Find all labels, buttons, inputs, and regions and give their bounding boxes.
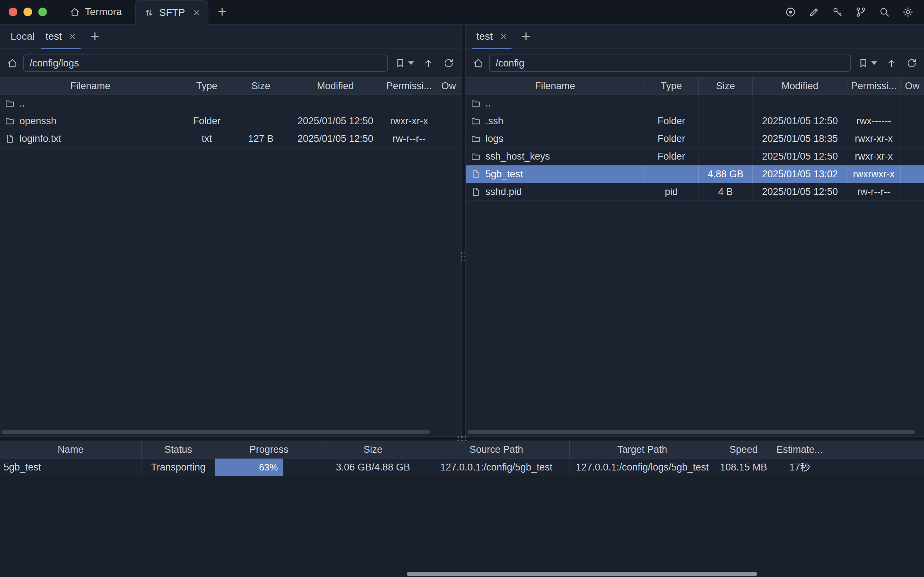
home-button[interactable] bbox=[6, 57, 18, 69]
file-icon bbox=[471, 187, 481, 197]
close-tab-icon[interactable]: × bbox=[500, 31, 507, 42]
path-input[interactable] bbox=[489, 55, 851, 72]
close-tab-icon[interactable]: × bbox=[69, 31, 76, 42]
panel-splitter[interactable] bbox=[462, 24, 465, 436]
table-row[interactable]: logs Folder 2025/01/05 18:35 rwxr-xr-x bbox=[466, 130, 924, 148]
bookmark-button[interactable] bbox=[858, 57, 877, 69]
col-speed[interactable]: Speed bbox=[715, 441, 772, 458]
cell-modified: 2025/01/05 12:50 bbox=[753, 183, 847, 200]
col-estimate[interactable]: Estimate... bbox=[772, 441, 827, 458]
table-row[interactable]: openssh Folder 2025/01/05 12:50 rwxr-xr-… bbox=[0, 112, 461, 130]
key-icon[interactable] bbox=[832, 6, 843, 18]
minimize-window-button[interactable] bbox=[24, 8, 32, 16]
tab-test[interactable]: test × bbox=[40, 24, 81, 48]
cell-filename: .ssh bbox=[466, 112, 644, 130]
filename: ssh_host_keys bbox=[485, 151, 550, 162]
branch-icon[interactable] bbox=[855, 6, 867, 18]
cell-owner bbox=[900, 112, 924, 130]
tab-local[interactable]: Local bbox=[5, 24, 40, 48]
col-source-path[interactable]: Source Path bbox=[423, 441, 570, 458]
close-window-button[interactable] bbox=[9, 8, 17, 16]
zoom-window-button[interactable] bbox=[38, 8, 47, 16]
home-icon bbox=[69, 6, 80, 17]
col-name[interactable]: Name bbox=[0, 441, 142, 458]
table-row[interactable]: sshd.pid pid 4 B 2025/01/05 12:50 rw-r--… bbox=[466, 183, 924, 201]
bookmark-icon bbox=[395, 57, 406, 69]
record-icon[interactable] bbox=[785, 6, 797, 18]
col-type[interactable]: Type bbox=[644, 77, 698, 94]
cell-progress: 63% bbox=[215, 459, 323, 476]
table-row[interactable]: .ssh Folder 2025/01/05 12:50 rwx------ bbox=[466, 112, 924, 130]
chevron-down-icon[interactable] bbox=[408, 61, 414, 65]
bookmark-button[interactable] bbox=[395, 57, 414, 69]
col-progress[interactable]: Progress bbox=[215, 441, 323, 458]
path-input[interactable] bbox=[23, 55, 388, 72]
cell-type bbox=[644, 95, 698, 112]
col-permissions[interactable]: Permissi... bbox=[847, 77, 900, 94]
cell-permissions: rwxrwxr-x bbox=[847, 165, 900, 183]
col-owner[interactable]: Ow bbox=[436, 77, 461, 94]
settings-icon[interactable] bbox=[902, 6, 914, 18]
close-tab-icon[interactable]: × bbox=[193, 7, 200, 18]
filename: .ssh bbox=[485, 116, 503, 127]
cell-permissions: rw-r--r-- bbox=[382, 130, 436, 147]
col-size[interactable]: Size bbox=[323, 441, 423, 458]
cell-size bbox=[698, 112, 753, 130]
col-modified[interactable]: Modified bbox=[753, 77, 847, 94]
table-row[interactable]: ssh_host_keys Folder 2025/01/05 12:50 rw… bbox=[466, 148, 924, 165]
tab-label: test bbox=[45, 31, 62, 42]
refresh-button[interactable] bbox=[906, 57, 918, 69]
cell-permissions bbox=[382, 95, 436, 112]
new-tab-button[interactable]: + bbox=[218, 4, 227, 19]
col-size[interactable]: Size bbox=[233, 77, 289, 94]
refresh-button[interactable] bbox=[443, 57, 455, 69]
transfer-splitter[interactable] bbox=[0, 436, 924, 441]
edit-icon[interactable] bbox=[808, 6, 820, 18]
remote-files-panel: test × + Filename Type Size Modified Per… bbox=[465, 24, 924, 436]
table-row[interactable]: .. bbox=[466, 95, 924, 112]
horizontal-scrollbar[interactable] bbox=[468, 430, 915, 434]
col-status[interactable]: Status bbox=[142, 441, 215, 458]
parent-directory-button[interactable] bbox=[422, 57, 434, 69]
cell-modified: 2025/01/05 12:50 bbox=[289, 112, 382, 130]
splitter-grip bbox=[458, 436, 467, 442]
cell-size bbox=[233, 112, 289, 130]
bottom-horizontal-scrollbar[interactable] bbox=[407, 572, 757, 576]
panel-tabbar: Local test × + bbox=[0, 24, 461, 49]
tab-label: Termora bbox=[85, 6, 122, 18]
cell-filename: logs bbox=[466, 130, 644, 147]
table-row[interactable]: .. bbox=[0, 95, 461, 112]
table-row[interactable]: loginfo.txt txt 127 B 2025/01/05 12:50 r… bbox=[0, 130, 461, 148]
col-filename[interactable]: Filename bbox=[0, 77, 181, 94]
col-modified[interactable]: Modified bbox=[289, 77, 382, 94]
col-owner[interactable]: Ow bbox=[900, 77, 924, 94]
col-type[interactable]: Type bbox=[181, 77, 233, 94]
transfer-row[interactable]: 5gb_test Transporting 63% 3.06 GB/4.88 G… bbox=[0, 459, 924, 476]
filename: 5gb_test bbox=[485, 169, 523, 180]
tab-test[interactable]: test × bbox=[471, 24, 512, 48]
transfer-panel: Name Status Progress Size Source Path Ta… bbox=[0, 441, 924, 577]
cell-status: Transporting bbox=[142, 459, 215, 476]
cell-modified: 2025/01/05 18:35 bbox=[753, 130, 847, 147]
search-icon[interactable] bbox=[879, 6, 890, 18]
cell-size bbox=[698, 148, 753, 165]
cell-modified: 2025/01/05 12:50 bbox=[289, 130, 382, 147]
bookmark-filled-icon bbox=[858, 57, 869, 69]
col-size[interactable]: Size bbox=[698, 77, 753, 94]
home-button[interactable] bbox=[472, 57, 484, 69]
cell-filename: openssh bbox=[0, 112, 181, 130]
col-permissions[interactable]: Permissi... bbox=[382, 77, 436, 94]
new-panel-tab-button[interactable]: + bbox=[522, 29, 531, 44]
horizontal-scrollbar[interactable] bbox=[2, 430, 430, 434]
parent-directory-button[interactable] bbox=[886, 57, 897, 69]
cell-name: 5gb_test bbox=[0, 459, 142, 476]
col-target-path[interactable]: Target Path bbox=[570, 441, 715, 458]
cell-type: txt bbox=[181, 130, 233, 147]
table-row-selected[interactable]: 5gb_test 4.88 GB 2025/01/05 13:02 rwxrwx… bbox=[466, 165, 924, 183]
col-filename[interactable]: Filename bbox=[466, 77, 644, 94]
tab-sftp[interactable]: SFTP × bbox=[135, 0, 208, 24]
pathbar-actions bbox=[395, 57, 455, 69]
new-panel-tab-button[interactable]: + bbox=[91, 29, 100, 44]
tab-termora[interactable]: Termora bbox=[61, 0, 130, 24]
chevron-down-icon[interactable] bbox=[871, 61, 877, 65]
